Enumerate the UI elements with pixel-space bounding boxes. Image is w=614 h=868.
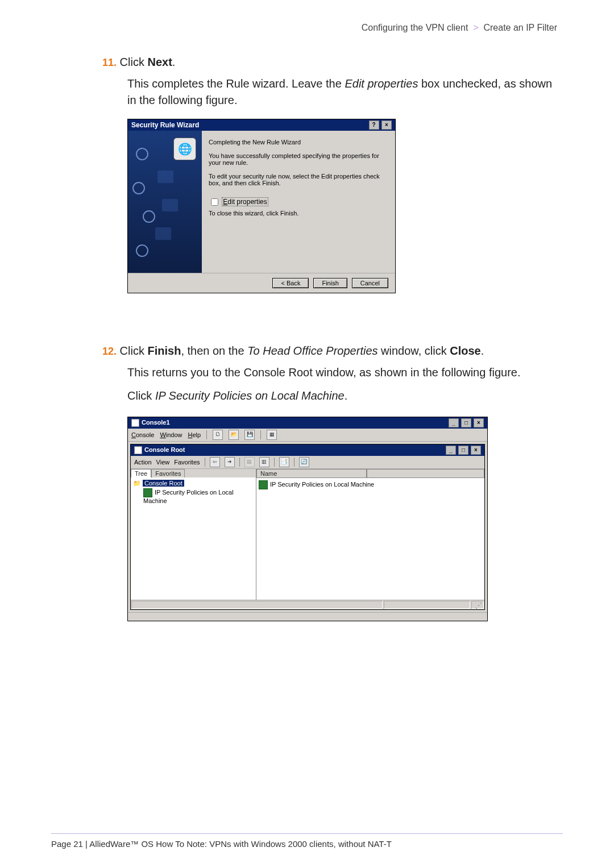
wizard-line2: To edit your security rule now, select t…	[209, 173, 388, 186]
edit-properties-checkbox[interactable]	[211, 198, 218, 206]
finish-button[interactable]: Finish	[313, 278, 347, 288]
s12c: , then on the	[181, 344, 247, 357]
step-11-para-a: This completes the Rule wizard. Leave th…	[127, 77, 345, 90]
close-icon[interactable]: ×	[474, 418, 484, 427]
menu-window[interactable]: Window	[160, 431, 182, 438]
console-title-text: Console1	[142, 419, 170, 426]
breadcrumb-section: Configuring the VPN client	[362, 23, 468, 32]
security-rule-wizard-dialog: Security Rule Wizard ? × 🌐	[127, 119, 396, 293]
back-icon[interactable]: ⇦	[210, 457, 220, 467]
wizard-buttons: < Back Finish Cancel	[128, 273, 395, 293]
subwindow-statusbar: ⋰	[131, 600, 484, 609]
menu-console[interactable]: Console	[131, 431, 154, 438]
policy-icon	[259, 480, 268, 489]
s12b: Finish	[147, 344, 181, 357]
minimize-icon[interactable]: _	[449, 418, 459, 427]
subwindow-title-text: Console Root	[144, 446, 185, 453]
wizard-line1: You have successfully completed specifyi…	[209, 152, 388, 166]
list-item-ip-security[interactable]: IP Security Policies on Local Machine	[259, 480, 482, 489]
step-11-bold: Next	[147, 56, 172, 68]
s12p2b: IP Security Policies on Local Machine	[155, 389, 345, 402]
s12p2a: Click	[127, 389, 155, 402]
s12f: Close	[450, 344, 480, 357]
edit-properties-checkbox-row[interactable]: EEdit propertiesdit properties	[209, 197, 388, 207]
wizard-heading: Completing the New Rule Wizard	[209, 139, 388, 146]
step-11-lead: Click	[120, 56, 148, 68]
column-name[interactable]: Name	[256, 469, 367, 478]
save-icon[interactable]: 💾	[244, 430, 255, 440]
menu-help[interactable]: Help	[188, 431, 201, 438]
refresh-icon[interactable]: 🔄	[299, 457, 309, 467]
policy-icon	[143, 488, 152, 497]
tab-favorites[interactable]: Favorites	[151, 469, 185, 477]
console-statusbar	[128, 612, 487, 621]
step-11-para-b: Edit properties	[345, 77, 418, 90]
tree-pane: Tree Favorites 📁 Console Root IP Securit…	[131, 469, 256, 600]
console-window: Console1 _ □ × Console Window Help 🗋 📂 💾…	[127, 417, 488, 621]
maximize-icon[interactable]: □	[461, 418, 471, 427]
s12p2c: .	[345, 389, 348, 402]
step-11: 11. Click Next.	[102, 56, 563, 69]
s12a: Click	[120, 344, 148, 357]
breadcrumb-page: Create an IP Filter	[483, 23, 557, 32]
list-pane: Name IP Security Policies on Local Machi…	[256, 469, 484, 600]
list-icon[interactable]: ▥	[259, 457, 269, 467]
step-11-number: 11.	[102, 57, 117, 68]
page-footer: Page 21 | AlliedWare™ OS How To Note: VP…	[51, 839, 392, 849]
console-root-subwindow: Console Root _ □ × Action View Favorites…	[130, 444, 485, 610]
wizard-closeline: To close this wizard, click Finish.	[209, 210, 388, 217]
step-11-body: This completes the Rule wizard. Leave th…	[127, 76, 563, 109]
tab-tree[interactable]: Tree	[131, 469, 151, 477]
wizard-titlebar: Security Rule Wizard ? ×	[128, 119, 395, 131]
maximize-icon[interactable]: □	[458, 446, 468, 455]
open-icon[interactable]: 📂	[229, 430, 239, 440]
subwindow-titlebar: Console Root _ □ ×	[131, 445, 484, 456]
wizard-content: Completing the New Rule Wizard You have …	[202, 131, 395, 273]
menu-favorites[interactable]: Favorites	[174, 459, 200, 466]
console-menubar: Console Window Help 🗋 📂 💾 ▦ Console Wind…	[128, 429, 487, 442]
s12g: .	[481, 344, 484, 357]
step-12-number: 12.	[102, 346, 117, 357]
step-11-tail: .	[172, 56, 176, 68]
resize-grip-icon[interactable]: ⋰	[471, 601, 484, 609]
globe-icon: 🌐	[173, 138, 196, 160]
new-icon[interactable]: 🗋	[213, 430, 223, 440]
step-12-para1: This returns you to the Console Root win…	[127, 364, 563, 381]
subwindow-menubar: Action View Favorites ⇦ ➔ ▤ ▥ 📑 🔄 Action…	[131, 456, 484, 469]
step-12: 12. Click Finish, then on the To Head Of…	[102, 344, 563, 358]
s12e: window, click	[378, 344, 450, 357]
help-icon[interactable]: ?	[369, 121, 379, 130]
console-titlebar: Console1 _ □ ×	[128, 417, 487, 429]
minimize-icon[interactable]: _	[446, 446, 456, 455]
edit-properties-label: EEdit propertiesdit properties	[222, 197, 268, 206]
toolbar-icon[interactable]: ▦	[267, 430, 277, 440]
tree-item-console-root[interactable]: 📁 Console Root	[133, 480, 254, 487]
breadcrumb-arrow: >	[473, 23, 478, 32]
up-icon: ▤	[244, 457, 255, 467]
tree-item-ip-security[interactable]: IP Security Policies on Local Machine	[143, 488, 254, 504]
footer-rule	[51, 833, 563, 834]
back-button[interactable]: < Back	[272, 278, 309, 288]
s12d: To Head Office Properties	[247, 344, 377, 357]
cancel-button[interactable]: Cancel	[352, 278, 388, 288]
menu-action[interactable]: Action	[134, 459, 152, 466]
column-blank[interactable]	[367, 469, 484, 478]
breadcrumb: Configuring the VPN client > Create an I…	[102, 23, 557, 33]
forward-icon[interactable]: ➔	[225, 457, 235, 467]
wizard-banner: 🌐	[128, 131, 202, 273]
export-icon[interactable]: 📑	[279, 457, 289, 467]
step-12-para2: Click IP Security Policies on Local Mach…	[127, 388, 563, 404]
menu-view[interactable]: View	[156, 459, 170, 466]
close-icon[interactable]: ×	[471, 446, 481, 455]
wizard-title-text: Security Rule Wizard	[131, 121, 199, 129]
close-icon[interactable]: ×	[381, 121, 392, 130]
